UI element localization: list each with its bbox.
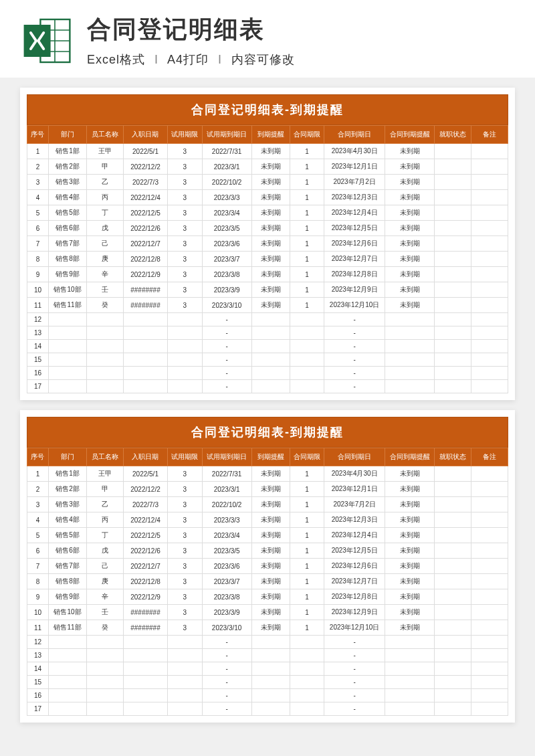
table-row: 12-- [27,636,508,649]
cell-note [471,221,508,236]
cell-note [471,466,508,482]
cell-contract_end: 2023年12月1日 [324,159,385,175]
cell-note [471,649,508,662]
cell-seq: 16 [27,367,49,380]
col-dept-header: 部门 [48,126,86,144]
cell-hire: 2022/12/6 [123,221,167,236]
cell-trial_limit [168,649,202,662]
cell-trial_limit: 3 [168,512,202,528]
cell-contract_limit: 1 [290,605,324,620]
cell-status [435,313,471,326]
cell-trial_end: - [202,689,251,702]
cell-hire: ######## [123,620,167,636]
cell-contract_end: - [324,326,385,340]
cell-dept: 销售11部 [48,620,86,636]
cell-hire [123,649,167,662]
col-trial-end-header: 试用期到期日 [202,126,251,144]
table-row: 4销售4部丙2022/12/432023/3/3未到期12023年12月3日未到… [27,190,508,205]
cell-contract_limit: 1 [290,205,324,221]
cell-hire: 2022/7/3 [123,175,167,190]
col-name-header: 员工名称 [87,126,124,144]
cell-trial_remind [251,689,290,702]
cell-trial_remind [251,326,290,340]
cell-trial_limit: 3 [168,497,202,512]
cell-contract_end: - [324,702,385,716]
cell-trial_remind: 未到期 [251,482,290,497]
cell-trial_end: 2023/3/3 [202,512,251,528]
cell-status [435,236,471,252]
cell-trial_end: 2023/3/1 [202,159,251,175]
table-header-row: 序号 部门 员工名称 入职日期 试用期限 试用期到期日 到期提醒 合同期限 合同… [27,126,508,144]
cell-trial_end: - [202,649,251,662]
cell-note [471,620,508,636]
cell-trial_end: - [202,340,251,353]
header-text-block: 合同登记明细表 Excel格式 I A4打印 I 内容可修改 [87,13,515,68]
cell-trial_limit: 3 [168,528,202,543]
cell-note [471,144,508,159]
cell-contract_end: - [324,313,385,326]
cell-seq: 6 [27,221,49,236]
cell-name [87,326,124,340]
cell-contract_remind: 未到期 [385,466,435,482]
subtitle-edit: 内容可修改 [231,53,295,66]
cell-contract_remind: 未到期 [385,159,435,175]
cell-status [435,159,471,175]
cell-contract_limit [290,649,324,662]
cell-contract_remind [385,367,435,380]
cell-contract_end: 2023年12月4日 [324,205,385,221]
cell-seq: 5 [27,205,49,221]
cell-contract_remind [385,662,435,676]
cell-trial_end: - [202,313,251,326]
cell-trial_end: - [202,702,251,716]
table-row: 9销售9部辛2022/12/932023/3/8未到期12023年12月8日未到… [27,267,508,282]
cell-trial_remind: 未到期 [251,574,290,589]
cell-note [471,326,508,340]
cell-status [435,649,471,662]
cell-contract_limit: 1 [290,482,324,497]
cell-trial_remind: 未到期 [251,298,290,313]
col-trial-limit-header: 试用期限 [168,448,202,466]
cell-status [435,282,471,298]
cell-trial_limit: 3 [168,267,202,282]
cell-trial_limit: 3 [168,543,202,559]
cell-dept: 销售10部 [48,605,86,620]
cell-trial_limit [168,367,202,380]
table-body-1: 1销售1部王甲2022/5/132022/7/31未到期12023年4月30日未… [27,144,508,393]
cell-status [435,353,471,367]
cell-note [471,252,508,267]
cell-trial_remind: 未到期 [251,466,290,482]
cell-contract_end: 2023年12月6日 [324,236,385,252]
cell-seq: 14 [27,662,49,676]
cell-contract_limit: 1 [290,574,324,589]
table-header-row: 序号 部门 员工名称 入职日期 试用期限 试用期到期日 到期提醒 合同期限 合同… [27,448,508,466]
cell-trial_end: 2022/10/2 [202,175,251,190]
cell-trial_limit [168,676,202,689]
cell-hire: 2022/12/5 [123,528,167,543]
cell-contract_end: 2023年4月30日 [324,466,385,482]
cell-contract_remind: 未到期 [385,267,435,282]
cell-name: 王甲 [87,466,124,482]
cell-seq: 11 [27,620,49,636]
cell-name [87,353,124,367]
cell-trial_remind: 未到期 [251,190,290,205]
cell-note [471,676,508,689]
cell-contract_remind [385,353,435,367]
table-row: 3销售3部乙2022/7/332022/10/2未到期12023年7月2日未到期 [27,497,508,512]
cell-dept [48,649,86,662]
cell-dept [48,340,86,353]
cell-contract_limit [290,689,324,702]
cell-contract_end: 2023年12月9日 [324,605,385,620]
cell-trial_remind: 未到期 [251,589,290,605]
cell-name: 丁 [87,205,124,221]
cell-trial_remind [251,340,290,353]
cell-trial_limit: 3 [168,221,202,236]
cell-status [435,482,471,497]
cell-dept [48,326,86,340]
cell-contract_limit [290,676,324,689]
cell-hire: ######## [123,298,167,313]
cell-contract_remind [385,380,435,393]
cell-contract_end: 2023年12月8日 [324,589,385,605]
cell-name: 甲 [87,482,124,497]
cell-name: 癸 [87,298,124,313]
cell-dept: 销售4部 [48,512,86,528]
